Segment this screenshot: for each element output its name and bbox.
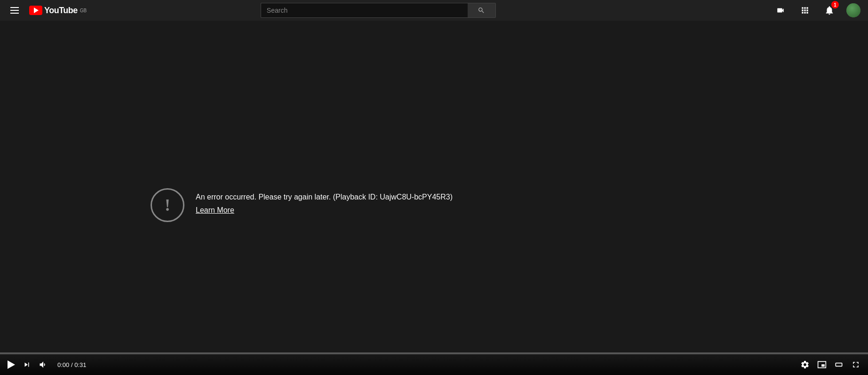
theater-mode-icon	[834, 360, 844, 369]
nav-right: 1	[773, 3, 860, 18]
hamburger-menu-button[interactable]	[8, 4, 22, 16]
nav-left: YouTubeGB	[8, 4, 87, 16]
notifications-button[interactable]: 1	[822, 3, 837, 18]
video-container: ! An error occurred. Please try again la…	[0, 21, 868, 375]
search-icon	[478, 7, 485, 14]
avatar[interactable]	[846, 3, 860, 17]
camera-icon	[775, 6, 786, 15]
create-button[interactable]	[773, 3, 788, 18]
play-icon	[8, 360, 15, 369]
play-button[interactable]	[6, 359, 17, 371]
miniplayer-icon	[817, 360, 827, 369]
theater-mode-button[interactable]	[832, 358, 845, 371]
error-icon-circle: !	[151, 188, 184, 222]
nav-center	[190, 3, 566, 18]
search-input[interactable]	[261, 3, 468, 18]
progress-bar[interactable]	[0, 352, 868, 354]
apps-icon	[800, 6, 810, 15]
notification-badge: 1	[831, 1, 839, 8]
controls-row: 0:00 / 0:31	[0, 354, 868, 375]
error-message: An error occurred. Please try again late…	[196, 192, 453, 202]
volume-icon	[39, 360, 48, 369]
right-controls	[798, 358, 862, 371]
learn-more-link[interactable]: Learn More	[196, 206, 453, 215]
youtube-logo-text: YouTube	[44, 6, 78, 16]
skip-next-icon	[23, 360, 31, 369]
fullscreen-button[interactable]	[849, 358, 862, 371]
settings-icon	[800, 360, 810, 369]
youtube-logo[interactable]: YouTubeGB	[29, 6, 87, 16]
search-form	[261, 3, 496, 18]
video-main: ! An error occurred. Please try again la…	[0, 21, 868, 375]
apps-button[interactable]	[797, 3, 812, 18]
fullscreen-icon	[851, 360, 860, 369]
next-button[interactable]	[21, 359, 33, 371]
miniplayer-button[interactable]	[815, 358, 828, 371]
video-controls: 0:00 / 0:31	[0, 352, 868, 375]
settings-button[interactable]	[798, 358, 812, 371]
search-button[interactable]	[468, 3, 496, 18]
time-display: 0:00 / 0:31	[57, 361, 86, 368]
youtube-logo-icon	[29, 6, 42, 15]
volume-button[interactable]	[37, 358, 50, 371]
top-navigation: YouTubeGB	[0, 0, 868, 21]
error-text-area: An error occurred. Please try again late…	[196, 188, 453, 215]
exclamation-icon: !	[165, 197, 170, 214]
error-area: ! An error occurred. Please try again la…	[151, 188, 453, 222]
youtube-country-badge: GB	[80, 8, 87, 13]
avatar-image	[846, 3, 860, 17]
